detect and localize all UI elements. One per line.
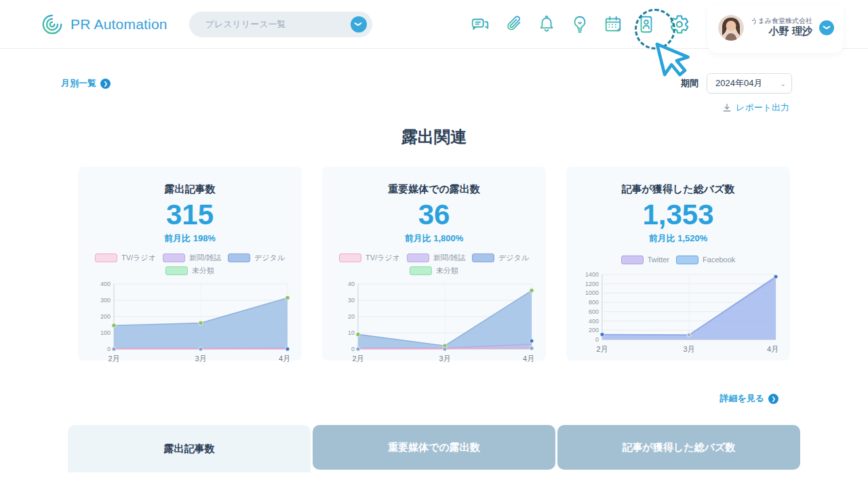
chevron-down-icon: ❯ xyxy=(351,16,367,33)
legend-label: デジタル xyxy=(498,253,529,263)
svg-text:0: 0 xyxy=(595,336,599,343)
arrow-right-icon: ❯ xyxy=(100,79,111,89)
avatar xyxy=(718,15,744,41)
svg-text:2月: 2月 xyxy=(596,345,608,353)
user-texts: うまみ食堂株式会社 小野 理沙 xyxy=(751,17,812,38)
chart-legend: TwitterFacebook xyxy=(583,253,774,266)
calendar-icon[interactable] xyxy=(603,14,623,35)
see-details-label: 詳細を見る xyxy=(719,392,764,405)
svg-text:3月: 3月 xyxy=(195,354,206,363)
exposure-articles-chart: TV/ラジオ新聞/雑誌デジタル未分類 01002003004002月3月4月 xyxy=(78,253,302,365)
card-value: 315 xyxy=(78,199,302,231)
legend-swatch xyxy=(407,253,429,262)
period-label: 期間 xyxy=(681,77,698,89)
card-value: 36 xyxy=(322,199,546,231)
legend-swatch xyxy=(339,253,361,262)
period-select[interactable]: 2024年04月 ⌄ xyxy=(707,73,792,94)
user-menu[interactable]: うまみ食堂株式会社 小野 理沙 ❯ xyxy=(707,5,844,53)
svg-text:20: 20 xyxy=(348,313,355,320)
svg-text:40: 40 xyxy=(348,281,355,287)
area-chart: 02004006008001000120014002月3月4月 xyxy=(566,269,790,356)
gear-icon[interactable] xyxy=(669,14,690,35)
page-select-dropdown[interactable]: プレスリリース一覧 ❯ xyxy=(189,12,372,37)
svg-text:600: 600 xyxy=(589,308,599,315)
legend-label: 新聞/雑誌 xyxy=(189,253,221,263)
bell-icon[interactable] xyxy=(536,14,557,35)
area-chart: 01002003004002月3月4月 xyxy=(78,279,302,365)
chart-legend: TV/ラジオ新聞/雑誌デジタル未分類 xyxy=(338,253,530,276)
legend-label: 未分類 xyxy=(192,266,214,276)
report-export-link[interactable]: レポート出力 xyxy=(722,102,789,114)
legend-item: TV/ラジオ xyxy=(339,253,400,263)
legend-item: 新聞/雑誌 xyxy=(407,253,465,263)
legend-item: Facebook xyxy=(676,256,735,264)
svg-text:0: 0 xyxy=(351,346,355,352)
svg-text:300: 300 xyxy=(100,297,111,304)
tab-exposure-articles[interactable]: 露出記事数 xyxy=(68,425,311,472)
logo-spiral-icon xyxy=(41,13,64,36)
legend-swatch xyxy=(228,253,250,262)
svg-text:10: 10 xyxy=(348,329,355,336)
legend-label: Facebook xyxy=(703,256,735,264)
logo-text: PR Automation xyxy=(71,16,167,33)
details-row: 詳細を見る ❯ xyxy=(0,392,778,405)
svg-text:4月: 4月 xyxy=(767,345,778,353)
legend-swatch xyxy=(676,256,698,264)
app-logo[interactable]: PR Automation xyxy=(41,13,167,36)
chevron-down-icon: ⌄ xyxy=(781,80,786,87)
card-total-buzz: 記事が獲得した総バズ数 1,353 前月比 1,520% TwitterFace… xyxy=(566,167,790,361)
total-buzz-chart: TwitterFacebook 020040060080010001200140… xyxy=(566,253,790,356)
legend-swatch xyxy=(163,253,185,262)
report-row: レポート出力 xyxy=(0,102,789,115)
section-title: 露出関連 xyxy=(0,126,868,148)
chevron-down-icon: ❯ xyxy=(819,20,834,35)
tab-total-buzz[interactable]: 記事が獲得した総バズ数 xyxy=(557,425,800,470)
key-media-chart: TV/ラジオ新聞/雑誌デジタル未分類 0102030402月3月4月 xyxy=(322,253,546,365)
paperclip-icon[interactable] xyxy=(503,14,524,35)
legend-item: 未分類 xyxy=(165,266,214,276)
legend-label: デジタル xyxy=(254,253,285,263)
period-group: 期間 2024年04月 ⌄ xyxy=(681,73,792,94)
card-mom-change: 前月比 1,800% xyxy=(322,232,546,245)
svg-text:1400: 1400 xyxy=(585,271,599,278)
lightbulb-icon[interactable] xyxy=(570,14,590,35)
card-exposure-articles: 露出記事数 315 前月比 198% TV/ラジオ新聞/雑誌デジタル未分類 01… xyxy=(78,167,302,361)
legend-item: 未分類 xyxy=(410,266,458,276)
legend-item: Twitter xyxy=(621,256,669,264)
user-company: うまみ食堂株式会社 xyxy=(751,17,812,26)
legend-label: TV/ラジオ xyxy=(366,253,400,263)
svg-text:2月: 2月 xyxy=(352,354,363,363)
tab-key-media-exposure[interactable]: 重要媒体での露出数 xyxy=(313,425,555,470)
arrow-right-icon: ❯ xyxy=(768,394,778,404)
legend-item: デジタル xyxy=(472,253,529,263)
svg-text:4月: 4月 xyxy=(523,354,534,363)
svg-text:200: 200 xyxy=(100,313,111,320)
toolbar: 月別一覧 ❯ 期間 2024年04月 ⌄ xyxy=(61,73,792,94)
report-export-label: レポート出力 xyxy=(736,102,789,114)
monthly-list-link[interactable]: 月別一覧 ❯ xyxy=(61,77,111,89)
svg-text:800: 800 xyxy=(589,299,599,306)
svg-text:0: 0 xyxy=(107,346,111,352)
bottom-tabs: 露出記事数 重要媒体での露出数 記事が獲得した総バズ数 xyxy=(68,425,800,472)
svg-text:400: 400 xyxy=(100,281,111,287)
card-title: 露出記事数 xyxy=(78,183,302,196)
svg-text:1000: 1000 xyxy=(585,290,599,297)
monthly-list-label: 月別一覧 xyxy=(61,77,96,89)
card-mom-change: 前月比 198% xyxy=(78,232,302,245)
legend-item: 新聞/雑誌 xyxy=(163,253,221,263)
legend-label: TV/ラジオ xyxy=(121,253,156,263)
chart-legend: TV/ラジオ新聞/雑誌デジタル未分類 xyxy=(94,253,285,276)
svg-text:30: 30 xyxy=(348,297,355,304)
legend-label: 新聞/雑誌 xyxy=(433,253,465,263)
svg-text:100: 100 xyxy=(100,329,111,336)
area-chart: 0102030402月3月4月 xyxy=(322,279,546,365)
legend-item: TV/ラジオ xyxy=(95,253,156,263)
header-icon-row xyxy=(470,14,690,35)
svg-text:3月: 3月 xyxy=(683,345,694,353)
see-details-link[interactable]: 詳細を見る ❯ xyxy=(719,392,778,405)
card-title: 重要媒体での露出数 xyxy=(322,183,546,196)
chat-icon[interactable] xyxy=(470,14,490,35)
legend-swatch xyxy=(410,266,432,275)
contact-icon[interactable] xyxy=(636,14,656,35)
svg-text:400: 400 xyxy=(589,318,599,325)
